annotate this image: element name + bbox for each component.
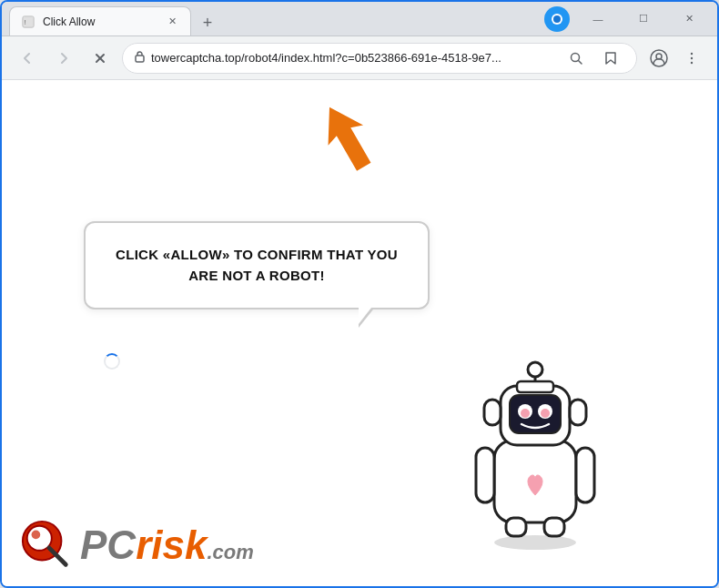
orange-arrow bbox=[311, 98, 384, 180]
active-tab[interactable]: ! Click Allow ✕ bbox=[9, 6, 191, 35]
svg-marker-9 bbox=[606, 53, 615, 64]
tab-favicon: ! bbox=[21, 15, 35, 29]
toolbar: towercaptcha.top/robot4/index.html?c=0b5… bbox=[2, 36, 717, 80]
svg-point-24 bbox=[541, 409, 550, 418]
back-button[interactable] bbox=[13, 44, 42, 73]
svg-point-13 bbox=[691, 56, 693, 58]
svg-point-23 bbox=[521, 409, 530, 418]
svg-point-14 bbox=[691, 61, 693, 63]
svg-rect-32 bbox=[544, 518, 564, 536]
search-icon-btn[interactable] bbox=[562, 44, 591, 73]
page-content: CLICK «ALLOW» TO CONFIRM THAT YOU ARE NO… bbox=[2, 80, 717, 586]
pcrisk-text: PCrisk.com bbox=[80, 525, 254, 565]
title-bar: ! Click Allow ✕ + — ☐ ✕ bbox=[2, 2, 717, 36]
window-controls: — ☐ ✕ bbox=[577, 5, 710, 34]
loading-indicator bbox=[104, 353, 120, 370]
svg-rect-29 bbox=[476, 448, 494, 502]
bookmark-icon-btn[interactable] bbox=[596, 44, 625, 73]
svg-rect-27 bbox=[484, 400, 501, 425]
robot-illustration bbox=[444, 313, 644, 568]
svg-text:!: ! bbox=[25, 18, 26, 25]
svg-line-8 bbox=[579, 60, 582, 64]
svg-rect-30 bbox=[576, 448, 594, 502]
svg-rect-31 bbox=[506, 518, 526, 536]
svg-rect-6 bbox=[136, 56, 144, 62]
svg-point-26 bbox=[528, 362, 542, 377]
svg-rect-28 bbox=[570, 400, 586, 425]
loading-circle bbox=[104, 353, 120, 370]
close-button[interactable]: ✕ bbox=[668, 5, 710, 34]
lock-icon bbox=[134, 50, 146, 66]
url-text: towercaptcha.top/robot4/index.html?c=0b5… bbox=[151, 51, 556, 65]
reload-button[interactable] bbox=[86, 44, 115, 73]
speech-bubble: CLICK «ALLOW» TO CONFIRM THAT YOU ARE NO… bbox=[84, 221, 430, 309]
tab-area: ! Click Allow ✕ + bbox=[9, 2, 544, 35]
menu-button[interactable] bbox=[677, 44, 706, 73]
pcrisk-logo: PCrisk.com bbox=[20, 519, 254, 572]
speech-bubble-container: CLICK «ALLOW» TO CONFIRM THAT YOU ARE NO… bbox=[84, 221, 430, 309]
new-tab-button[interactable]: + bbox=[195, 10, 220, 35]
toolbar-icons bbox=[644, 44, 706, 73]
svg-marker-16 bbox=[312, 98, 381, 177]
forward-button[interactable] bbox=[49, 44, 78, 73]
risk-letters: risk bbox=[136, 525, 207, 565]
profile-button[interactable] bbox=[644, 44, 673, 73]
browser-window: ! Click Allow ✕ + — ☐ ✕ bbox=[0, 0, 719, 588]
svg-point-17 bbox=[494, 535, 576, 550]
minimize-button[interactable]: — bbox=[577, 5, 619, 34]
svg-point-3 bbox=[553, 15, 561, 23]
bubble-text: CLICK «ALLOW» TO CONFIRM THAT YOU ARE NO… bbox=[115, 245, 399, 286]
svg-point-36 bbox=[32, 531, 41, 540]
maximize-button[interactable]: ☐ bbox=[623, 5, 664, 34]
address-bar[interactable]: towercaptcha.top/robot4/index.html?c=0b5… bbox=[122, 43, 637, 74]
tab-close-button[interactable]: ✕ bbox=[165, 15, 179, 29]
extension-icon[interactable] bbox=[544, 6, 570, 32]
pcrisk-magnifier-icon bbox=[20, 519, 73, 572]
svg-rect-33 bbox=[517, 381, 553, 392]
tab-title: Click Allow bbox=[43, 15, 157, 28]
svg-point-12 bbox=[691, 52, 693, 54]
pc-letters: PC bbox=[80, 525, 136, 565]
dot-com-text: .com bbox=[207, 541, 253, 564]
